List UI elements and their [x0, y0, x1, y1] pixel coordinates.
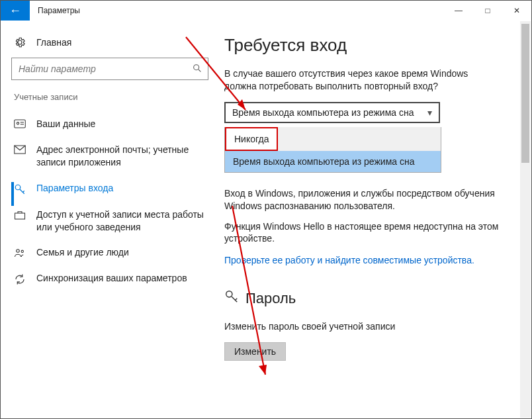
annotation-highlight: Никогда: [225, 127, 278, 151]
svg-point-12: [21, 251, 23, 253]
window-body: Главная Учетные записи Ваши данные: [1, 21, 531, 418]
id-card-icon: [14, 118, 26, 128]
sync-icon: [14, 272, 26, 285]
option-label: Никогда: [234, 134, 269, 144]
minimize-icon: —: [455, 6, 463, 15]
hello-desc-2: Функция Windows Hello в настоящее время …: [224, 220, 500, 246]
people-icon: [14, 246, 26, 258]
key-icon: [224, 289, 239, 307]
maximize-button[interactable]: □: [473, 1, 502, 21]
sidebar-item-label: Адрес электронной почты; учетные записи …: [36, 144, 206, 169]
sidebar-item-label: Семья и другие люди: [36, 246, 129, 259]
back-button[interactable]: ←: [1, 1, 30, 21]
mail-icon: [14, 144, 26, 154]
svg-point-11: [17, 250, 20, 253]
hello-compat-link[interactable]: Проверьте ее работу и найдите совместимы…: [224, 255, 474, 265]
sidebar-item-label: Синхронизация ваших параметров: [36, 272, 187, 285]
svg-point-3: [17, 122, 19, 124]
svg-rect-10: [15, 213, 25, 219]
svg-line-15: [236, 299, 238, 301]
sidebar-item-email[interactable]: Адрес электронной почты; учетные записи …: [11, 137, 208, 175]
gear-icon: [14, 36, 26, 48]
signin-question: В случае вашего отсутствия через какое в…: [224, 68, 500, 93]
briefcase-icon: [14, 209, 26, 220]
scrollbar-thumb[interactable]: [521, 24, 529, 163]
sidebar-item-label: Параметры входа: [36, 182, 113, 195]
titlebar: ← Параметры — □ ✕: [1, 1, 531, 21]
svg-rect-2: [15, 120, 26, 128]
sidebar-item-your-info[interactable]: Ваши данные: [11, 111, 208, 137]
close-icon: ✕: [513, 6, 520, 15]
section-label: Учетные записи: [14, 92, 208, 102]
signin-timeout-dropdown: Никогда Время выхода компьютера из режим…: [224, 127, 441, 173]
sidebar: Главная Учетные записи Ваши данные: [1, 21, 219, 418]
maximize-icon: □: [485, 6, 490, 15]
content-area: Требуется вход В случае вашего отсутстви…: [219, 21, 531, 418]
key-icon: [14, 182, 26, 195]
page-title: Требуется вход: [224, 35, 500, 56]
chevron-down-icon: ▾: [427, 107, 432, 118]
arrow-left-icon: ←: [9, 4, 21, 18]
search-box[interactable]: [11, 58, 208, 80]
sidebar-item-label: Ваши данные: [36, 118, 95, 130]
svg-line-9: [23, 191, 24, 192]
password-desc: Изменить пароль своей учетной записи: [224, 320, 500, 333]
scrollbar[interactable]: [520, 21, 531, 418]
sidebar-item-family[interactable]: Семья и другие люди: [11, 240, 208, 265]
sidebar-item-sync[interactable]: Синхронизация ваших параметров: [11, 265, 208, 292]
sidebar-item-label: Доступ к учетной записи места работы или…: [36, 209, 206, 234]
password-heading-row: Пароль: [224, 289, 500, 307]
sidebar-item-signin-options[interactable]: Параметры входа: [11, 175, 208, 202]
button-label: Изменить: [234, 346, 276, 357]
search-input[interactable]: [17, 63, 192, 75]
nav-list: Ваши данные Адрес электронной почты; уче…: [11, 111, 208, 292]
dropdown-option-never[interactable]: Никогда: [226, 128, 277, 150]
sidebar-item-work-access[interactable]: Доступ к учетной записи места работы или…: [11, 202, 208, 240]
signin-timeout-combo[interactable]: Время выхода компьютера из режима сна ▾: [224, 102, 440, 123]
home-label: Главная: [36, 37, 71, 48]
svg-point-13: [226, 291, 232, 297]
window-title: Параметры: [30, 1, 88, 21]
hello-desc-1: Вход в Windows, приложения и службы поср…: [224, 187, 500, 212]
combo-value: Время выхода компьютера из режима сна: [232, 107, 414, 118]
password-heading: Пароль: [245, 290, 296, 307]
minimize-button[interactable]: —: [444, 1, 473, 21]
search-icon: [192, 63, 202, 75]
close-button[interactable]: ✕: [502, 1, 531, 21]
home-nav[interactable]: Главная: [11, 34, 208, 58]
settings-window: ← Параметры — □ ✕ Главная Учетные записи: [0, 0, 532, 419]
change-password-button[interactable]: Изменить: [224, 342, 286, 361]
content-inner: Требуется вход В случае вашего отсутстви…: [219, 35, 518, 361]
svg-line-1: [199, 70, 200, 71]
svg-point-0: [194, 64, 199, 70]
dropdown-option-sleep[interactable]: Время выхода компьютера из режима сна: [225, 151, 441, 172]
option-label: Время выхода компьютера из режима сна: [233, 156, 414, 167]
svg-point-7: [15, 185, 21, 190]
